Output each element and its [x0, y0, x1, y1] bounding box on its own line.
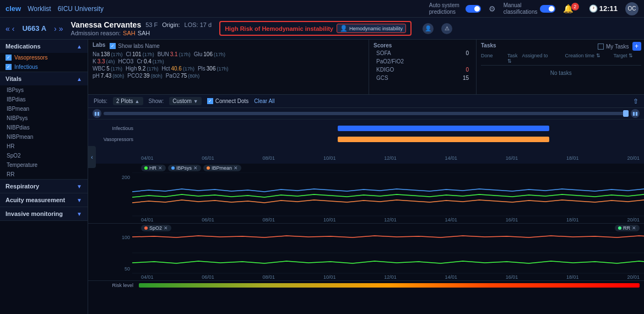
ibpmean-label: IBPmean: [212, 165, 232, 171]
patient-action-icon-1[interactable]: 👤: [423, 23, 434, 34]
lab-glu: Glu 106 (17h): [194, 51, 225, 57]
tasks-table-header: Done Task ⇅ Assigned to Creation time ⇅ …: [481, 53, 641, 66]
sidebar-nibpdias[interactable]: NIBPdias: [0, 123, 88, 132]
respiratory-label: Respiratory: [6, 183, 39, 190]
prev-patient-button[interactable]: «: [6, 24, 10, 33]
play-button[interactable]: ▮▮: [93, 109, 101, 118]
labs-row-2: K 3.3 (4h) HCO3 Cr 0.4 (17h): [93, 58, 364, 64]
gear-icon[interactable]: ⚙: [489, 4, 496, 13]
clear-all-button[interactable]: Clear All: [254, 98, 274, 104]
ibpsys-remove[interactable]: ✕: [193, 165, 198, 171]
app-logo: clew: [6, 4, 21, 13]
patient-name: Vanessa Cervantes: [71, 20, 142, 29]
ibpmean-dot: [207, 166, 210, 170]
labs-header: Labs ✓ Show labs Name: [93, 42, 364, 50]
manual-toggle-switch[interactable]: [540, 5, 555, 13]
infectious-bar-label: Infectious: [93, 126, 137, 131]
labs-panel: Labs ✓ Show labs Name Na 138 (17h): [88, 40, 369, 94]
sidebar-rr[interactable]: RR: [0, 170, 88, 179]
plots-select[interactable]: 2 Plots ▲: [113, 97, 143, 105]
hr-dot: [144, 166, 148, 170]
chip-rr-right[interactable]: RR ✕: [615, 225, 640, 231]
vasopressors-item[interactable]: ✓ Vasopressors: [0, 53, 88, 62]
next-arrow-button[interactable]: ›: [54, 24, 57, 33]
notification-bell[interactable]: 🔔 2: [563, 4, 581, 14]
infectious-item[interactable]: ✓ Infectious: [0, 62, 88, 72]
nav-worklist[interactable]: Worklist: [28, 5, 51, 13]
playback-handle[interactable]: [623, 110, 629, 117]
infectious-checkbox[interactable]: ✓: [6, 64, 12, 70]
nav-university[interactable]: 6ICU University: [58, 5, 104, 13]
medications-section: Medications ▲ ✓ Vasopressors ✓ Infectiou…: [0, 40, 88, 72]
show-labs-cb-box[interactable]: ✓: [110, 43, 116, 49]
app-header: clew Worklist 6ICU University Auto syste…: [0, 0, 644, 18]
sidebar-ibpdias[interactable]: IBPdias: [0, 95, 88, 104]
next-patient-button[interactable]: »: [59, 24, 63, 33]
export-button[interactable]: ⇧: [633, 98, 638, 105]
auto-predictions-toggle[interactable]: Auto system predictions: [429, 2, 481, 15]
col-assigned: Assigned to: [522, 53, 561, 64]
my-tasks-cb-box[interactable]: [598, 44, 604, 50]
chip-hr[interactable]: HR ✕: [141, 165, 166, 171]
my-tasks-label: My Tasks: [606, 44, 629, 50]
respiratory-header[interactable]: Respiratory ▼: [0, 180, 88, 193]
manual-label: Manual classifications: [504, 2, 537, 15]
left-sidebar: Medications ▲ ✓ Vasopressors ✓ Infectiou…: [0, 40, 88, 314]
infectious-bar-area: [137, 124, 640, 132]
tasks-title: Tasks: [481, 42, 496, 48]
date-1001: 10/01: [323, 155, 336, 161]
acuity-header[interactable]: Acuity measurement ▼: [0, 193, 88, 207]
date-1801: 18/01: [566, 155, 579, 161]
rr-remove[interactable]: ✕: [632, 225, 636, 231]
vasopressors-checkbox[interactable]: ✓: [6, 55, 12, 61]
spo2-label: SpO2: [149, 225, 162, 231]
plots-chevron-up: ▲: [135, 99, 140, 104]
col-task: Task ⇅: [507, 53, 518, 64]
alert-badge: 👤 Hemodynamic instability: [337, 24, 406, 33]
playback-progress[interactable]: [104, 112, 629, 115]
playback-bar: ▮▮ ▮▮: [88, 108, 644, 120]
vasopressors-bar-label: Vasopressors: [93, 137, 137, 142]
invasive-chevron: ▼: [77, 211, 82, 217]
user-avatar[interactable]: OC: [625, 2, 638, 15]
sidebar-nibpsys[interactable]: NIBPsys: [0, 113, 88, 123]
manual-classifications-toggle[interactable]: Manual classifications: [504, 2, 555, 15]
medications-header[interactable]: Medications ▲: [0, 40, 88, 53]
chip-spo2[interactable]: SpO2 ✕: [141, 225, 171, 231]
col-creation: Creation time ⇅: [565, 53, 609, 64]
hr-line: [132, 194, 644, 197]
end-button[interactable]: ▮▮: [631, 109, 640, 118]
vitals-header[interactable]: Vitals ▲: [0, 72, 88, 85]
chip-ibpsys[interactable]: IBPsys ✕: [168, 165, 201, 171]
collapse-sidebar-button[interactable]: ‹: [88, 146, 96, 168]
ibpmean-remove[interactable]: ✕: [234, 165, 238, 171]
spo2-remove[interactable]: ✕: [164, 225, 168, 231]
prev-arrow-button[interactable]: ‹: [12, 24, 15, 33]
connect-dots-label: Connect Dots: [215, 98, 249, 104]
connect-dots-cb-box[interactable]: ✓: [207, 98, 213, 104]
sidebar-temperature[interactable]: Temperature: [0, 160, 88, 170]
patient-nav-next: › »: [54, 24, 63, 33]
tasks-header: Tasks My Tasks +: [481, 42, 641, 51]
hemodynamic-alert[interactable]: High Risk of Hemodynamic instability 👤 H…: [219, 21, 412, 36]
sidebar-ibpmean[interactable]: IBPmean: [0, 104, 88, 113]
ibpsys-dot: [171, 166, 175, 170]
patient-action-icon-2[interactable]: ⚠: [441, 23, 452, 34]
hr-remove[interactable]: ✕: [158, 165, 163, 171]
my-tasks-checkbox[interactable]: My Tasks: [598, 44, 629, 50]
infectious-bar-row: Infectious: [93, 123, 640, 134]
no-tasks-label: No tasks: [481, 70, 641, 76]
chart-1-date-axis: 04/01 06/01 08/01 10/01 12/01 14/01 16/0…: [88, 216, 644, 223]
connect-dots-checkbox[interactable]: ✓ Connect Dots: [207, 98, 249, 104]
sidebar-spo2[interactable]: SpO2: [0, 151, 88, 160]
vitals-label: Vitals: [6, 75, 21, 82]
show-select[interactable]: Custom ▼: [169, 97, 201, 105]
add-task-button[interactable]: +: [632, 42, 641, 51]
auto-toggle-switch[interactable]: [466, 5, 481, 13]
sidebar-nibpmean[interactable]: NIBPmean: [0, 132, 88, 142]
sidebar-hr[interactable]: HR: [0, 142, 88, 151]
sidebar-ibpsys[interactable]: IBPsys: [0, 85, 88, 95]
invasive-header[interactable]: Invasive monitoring ▼: [0, 207, 88, 220]
chip-ibpmean[interactable]: IBPmean ✕: [203, 165, 241, 171]
show-labs-checkbox[interactable]: ✓ Show labs Name: [110, 43, 160, 49]
